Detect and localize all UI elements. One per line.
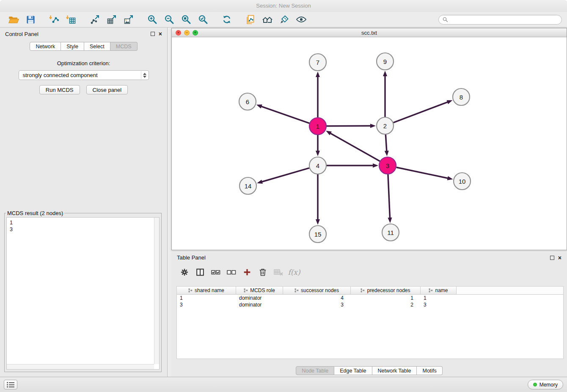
export-table-icon[interactable] — [103, 13, 120, 26]
tab-style[interactable]: Style — [61, 42, 84, 51]
graph-edge-arrowhead — [373, 163, 378, 168]
graph-edge-arrowhead — [446, 100, 452, 104]
table-cell[interactable]: 2 — [351, 301, 421, 308]
column-header-successor-nodes[interactable]: successor nodes — [283, 287, 351, 295]
table-tab-edge-table[interactable]: Edge Table — [334, 366, 372, 375]
graph-edge-arrowhead — [370, 124, 376, 128]
graph-edge-2-8[interactable] — [394, 102, 448, 123]
network-overview-icon[interactable] — [259, 13, 276, 26]
graph-node-7[interactable]: 7 — [309, 54, 326, 71]
network-window-titlebar[interactable]: × − + scc.txt — [172, 28, 567, 37]
graph-edge-3-10[interactable] — [396, 167, 449, 178]
criterion-dropdown[interactable]: strongly connected component — [19, 70, 149, 80]
toolbar-separator — [137, 12, 144, 27]
graph-node-10[interactable]: 10 — [454, 173, 471, 190]
apply-style-icon[interactable] — [276, 13, 293, 26]
clear-all-checks-icon[interactable] — [224, 266, 239, 278]
zoom-out-icon[interactable] — [161, 13, 178, 26]
search-field[interactable] — [438, 15, 562, 25]
show-graphics-details-icon[interactable] — [293, 13, 310, 26]
table-settings-icon[interactable] — [177, 266, 192, 278]
graph-node-15[interactable]: 15 — [309, 226, 326, 243]
select-all-checks-icon[interactable] — [209, 266, 223, 278]
graph-node-3[interactable]: 3 — [379, 157, 396, 174]
graph-node-8[interactable]: 8 — [453, 88, 470, 105]
float-table-panel-icon[interactable] — [550, 256, 554, 260]
show-columns-icon[interactable] — [193, 266, 207, 278]
column-sort-icon — [244, 288, 248, 293]
table-row[interactable]: 3dominator323 — [177, 301, 563, 308]
column-header-label: predecessor nodes — [367, 287, 410, 293]
add-row-icon[interactable] — [240, 266, 254, 278]
task-history-button[interactable] — [4, 380, 17, 389]
import-table-icon[interactable] — [63, 13, 80, 26]
save-session-icon[interactable] — [22, 13, 39, 26]
graph-node-1[interactable]: 1 — [309, 118, 326, 135]
tab-mcds[interactable]: MCDS — [110, 42, 138, 51]
memory-button[interactable]: Memory — [528, 380, 563, 389]
table-cell[interactable]: dominator — [236, 301, 283, 308]
zoom-fit-icon[interactable] — [178, 13, 195, 26]
export-image-icon[interactable] — [120, 13, 137, 26]
close-panel-button[interactable]: Close panel — [86, 85, 128, 94]
table-tab-node-table[interactable]: Node Table — [296, 366, 334, 375]
svg-text:10: 10 — [459, 178, 466, 185]
table-row[interactable]: 1dominator411 — [177, 295, 563, 301]
graph-node-14[interactable]: 14 — [239, 177, 256, 194]
graph-edge-1-6[interactable] — [261, 106, 309, 123]
network-graph-canvas[interactable]: 7968124314101511 — [172, 37, 567, 250]
import-network-icon[interactable] — [46, 13, 63, 26]
column-header-name[interactable]: name — [421, 287, 457, 295]
copy-network-icon[interactable] — [242, 13, 259, 26]
memory-label: Memory — [539, 382, 558, 388]
column-header-MCDS-role[interactable]: MCDS role — [236, 287, 283, 295]
column-header-predecessor-nodes[interactable]: predecessor nodes — [351, 287, 421, 295]
graph-node-11[interactable]: 11 — [382, 224, 399, 241]
table-cell[interactable]: dominator — [236, 295, 283, 301]
graph-node-2[interactable]: 2 — [377, 117, 394, 134]
delete-row-icon[interactable] — [256, 266, 270, 278]
mcds-result-legend: MCDS result (2 nodes) — [6, 210, 64, 216]
zoom-in-icon[interactable] — [144, 13, 161, 26]
svg-text:9: 9 — [383, 58, 387, 65]
table-panel-title: Table Panel — [177, 254, 206, 261]
graph-node-9[interactable]: 9 — [377, 53, 394, 70]
table-cell[interactable]: 3 — [177, 301, 236, 308]
table-cell[interactable]: 4 — [283, 295, 351, 301]
close-table-panel-icon[interactable]: × — [558, 255, 561, 261]
tab-network[interactable]: Network — [30, 42, 61, 51]
graph-edge-2-3[interactable] — [385, 135, 387, 152]
table-cell[interactable]: 3 — [283, 301, 351, 308]
network-window-title: scc.txt — [172, 30, 567, 36]
graph-edge-3-1[interactable] — [330, 133, 380, 161]
window-titlebar[interactable]: Session: New Session — [0, 0, 567, 12]
result-horizontal-scrollbar[interactable] — [7, 364, 154, 369]
open-session-icon[interactable] — [5, 13, 22, 26]
tab-select[interactable]: Select — [84, 42, 110, 51]
graph-node-4[interactable]: 4 — [309, 157, 326, 174]
column-sort-icon — [361, 288, 365, 293]
table-cell[interactable]: 1 — [177, 295, 236, 301]
export-network-icon[interactable] — [86, 13, 103, 26]
search-input[interactable] — [450, 17, 558, 22]
float-panel-icon[interactable] — [151, 32, 155, 36]
close-panel-icon[interactable]: × — [159, 31, 162, 37]
network-view-window: × − + scc.txt 7968124314101511 — [171, 28, 567, 250]
table-cell[interactable]: 1 — [421, 295, 457, 301]
table-tab-network-table[interactable]: Network Table — [372, 366, 417, 375]
table-cell[interactable]: 1 — [351, 295, 421, 301]
column-sort-icon — [429, 288, 433, 293]
graph-edge-3-11[interactable] — [388, 174, 390, 218]
zoom-selected-icon[interactable] — [195, 13, 212, 26]
graph-edge-arrowhead — [316, 151, 320, 156]
graph-edge-1-2[interactable] — [327, 126, 371, 126]
graph-edge-4-14[interactable] — [261, 168, 309, 182]
column-header-label: name — [435, 287, 448, 293]
column-header-shared-name[interactable]: shared name — [177, 287, 236, 295]
run-mcds-button[interactable]: Run MCDS — [39, 85, 80, 94]
table-tab-motifs[interactable]: Motifs — [417, 366, 442, 375]
refresh-layout-icon[interactable] — [218, 13, 235, 26]
result-vertical-scrollbar[interactable] — [154, 218, 159, 364]
table-cell[interactable]: 3 — [421, 301, 457, 308]
graph-node-6[interactable]: 6 — [239, 93, 256, 110]
